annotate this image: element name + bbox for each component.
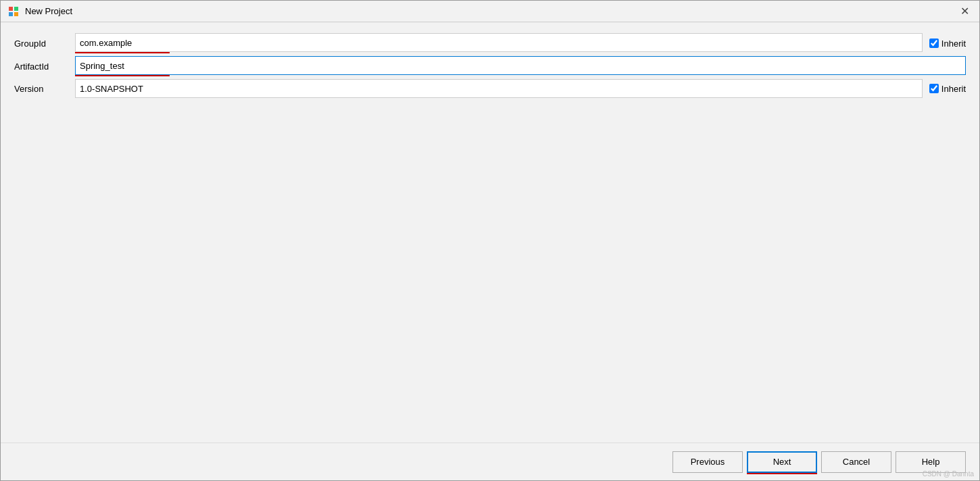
groupid-red-underline: [75, 52, 170, 53]
svg-rect-0: [9, 7, 13, 11]
groupid-input-wrapper: [75, 33, 923, 53]
version-input-wrapper: [75, 79, 923, 98]
watermark: CSDN @ Dannta: [923, 470, 974, 478]
groupid-inherit-label: Inherit: [941, 39, 966, 49]
cancel-button[interactable]: Cancel: [821, 451, 891, 473]
version-label: Version: [14, 84, 75, 94]
app-icon: [7, 5, 20, 18]
version-row: Version Inherit: [14, 79, 966, 98]
artifactid-input[interactable]: [75, 56, 966, 75]
version-input[interactable]: [75, 79, 923, 98]
previous-button[interactable]: Previous: [672, 451, 743, 473]
artifactid-label: ArtifactId: [14, 61, 75, 72]
groupid-inherit-checkbox[interactable]: [929, 39, 939, 48]
close-button[interactable]: ✕: [956, 3, 973, 20]
footer: Previous Next Cancel Help CSDN @ Dannta: [1, 442, 979, 480]
window-title: New Project: [25, 6, 72, 16]
groupid-row: GroupId Inherit: [14, 33, 966, 53]
title-bar-left: New Project: [7, 5, 72, 18]
help-button[interactable]: Help: [896, 451, 966, 473]
title-bar: New Project ✕: [1, 1, 979, 22]
content-area: GroupId Inherit ArtifactId Version: [1, 22, 979, 442]
next-button[interactable]: Next: [747, 451, 817, 473]
artifactid-row: ArtifactId: [14, 56, 966, 76]
groupid-label: GroupId: [14, 39, 75, 49]
dialog-window: New Project ✕ GroupId Inherit ArtifactId: [0, 0, 980, 481]
version-inherit-label: Inherit: [941, 84, 966, 94]
artifactid-red-underline: [75, 75, 170, 76]
groupid-input[interactable]: [75, 33, 923, 52]
svg-rect-2: [9, 12, 13, 16]
version-inherit-wrapper: Inherit: [929, 84, 966, 94]
svg-rect-1: [14, 7, 18, 11]
svg-rect-3: [14, 12, 18, 16]
groupid-inherit-wrapper: Inherit: [929, 39, 966, 49]
artifactid-input-wrapper: [75, 56, 966, 76]
version-inherit-checkbox[interactable]: [929, 84, 939, 93]
